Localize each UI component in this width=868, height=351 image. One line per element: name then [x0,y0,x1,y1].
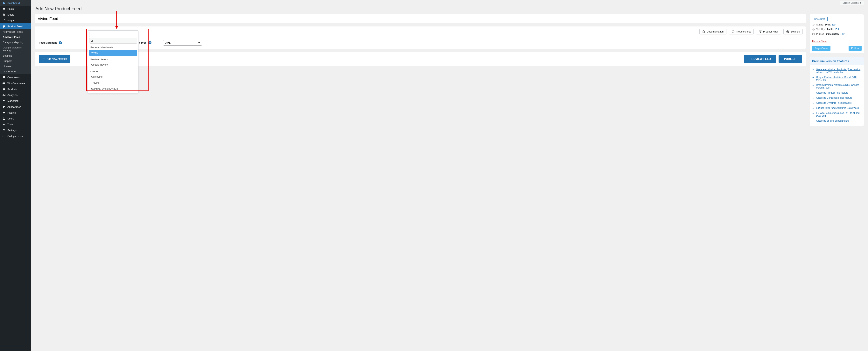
sidebar-sub-item[interactable]: Category Mapping [0,40,31,45]
sidebar-sub-item[interactable]: Add New Feed [0,34,31,40]
premium-feature-link[interactable]: Exclude Tax From Structured Data Prices [816,107,859,109]
svg-point-5 [4,130,5,130]
sidebar-item-label: Product Feed [7,25,23,28]
bars-icon [2,93,6,96]
sidebar-item-posts[interactable]: Posts [0,6,31,12]
sidebar-sub-item[interactable]: Support [0,58,31,64]
sidebar-item-label: Pages [7,19,14,22]
premium-feature-link[interactable]: Access to Product Rule feature [816,91,848,94]
sidebar-sub-item[interactable]: Google Merchant Settings [0,45,31,53]
help-icon[interactable]: ? [59,41,62,45]
publish-button[interactable]: Publish [848,46,862,51]
premium-feature-item: Detailed Product Attributes (Size, Gende… [812,83,862,90]
sidebar-item-comments[interactable]: Comments [0,74,31,80]
screen-options-button[interactable]: Screen Options ▼ [840,1,864,5]
edit-status-link[interactable]: Edit [832,23,836,26]
sidebar-item-product-feed[interactable]: Product Feed [0,23,31,29]
edit-visibility-link[interactable]: Edit [835,28,839,31]
merchant-option[interactable]: Vivino [89,50,137,56]
documentation-button[interactable]: Documentation [700,29,726,34]
svg-point-17 [813,24,814,25]
sliders-icon [2,128,6,132]
sidebar-item-appearance[interactable]: Appearance [0,104,31,110]
premium-feature-link[interactable]: Detailed Product Attributes (Size, Gende… [816,84,862,89]
premium-feature-link[interactable]: Unique Product Identifiers (Brand, GTIN,… [816,76,862,81]
check-icon [812,84,814,86]
premium-heading: Premium Version Features [812,59,862,63]
save-draft-button[interactable]: Save Draft [812,17,828,21]
trash-link[interactable]: Move to Trash [812,40,827,42]
premium-feature-item: Exclude Tax From Structured Data Prices [812,106,862,111]
sidebar-item-media[interactable]: Media [0,12,31,18]
troubleshoot-button[interactable]: Troubleshoot [729,29,753,34]
help-icon[interactable]: ? [148,41,152,45]
premium-feature-link[interactable]: Generate Unlimited Products (Free versio… [816,68,862,74]
page-icon [2,19,6,22]
page-heading: Add New Product Feed [35,6,864,11]
premium-feature-link[interactable]: Access to an elite support team. [816,119,849,122]
edit-publish-link[interactable]: Edit [841,33,845,35]
svg-marker-13 [759,31,762,33]
merchant-option[interactable]: Trovino [89,80,137,86]
sidebar-item-woocommerce[interactable]: WooCommerce [0,80,31,86]
preview-feed-button[interactable]: PREVIEW FEED [744,55,776,63]
sidebar-item-label: Tools [7,123,13,126]
sidebar-submenu: All Product FeedsAdd New FeedCategory Ma… [0,29,31,74]
sidebar-item-users[interactable]: Users [0,116,31,121]
purge-cache-button[interactable]: Purge Cache [812,46,831,51]
media-icon [2,13,6,16]
svg-point-7 [3,135,5,137]
premium-feature-link[interactable]: Fix WooCommerce's (Json-Ld) Structured D… [816,112,862,117]
sidebar-item-marketing[interactable]: Marketing [0,98,31,104]
svg-point-14 [787,31,788,32]
sidebar-item-label: Plugins [7,111,16,114]
sidebar-item-label: Settings [7,129,17,132]
sidebar-item-analytics[interactable]: Analytics [0,92,31,98]
brush-icon [2,105,6,108]
check-icon [812,102,814,104]
merchant-option[interactable]: Google Review [89,62,137,68]
premium-feature-link[interactable]: Access to Combined Fields feature [816,96,852,99]
check-icon [812,112,814,114]
merchant-dropdown: Popular MerchantsVivinoPro MerchantsGoog… [88,30,138,93]
user-icon [2,117,6,120]
merchant-selected-display[interactable] [89,32,137,37]
sidebar-item-pages[interactable]: Pages [0,18,31,23]
sidebar-item-label: Comments [7,76,20,79]
visibility-label: Visibility: [816,28,825,31]
merchant-search-input[interactable] [89,38,137,43]
sidebar-item-products[interactable]: Products [0,86,31,92]
premium-feature-link[interactable]: Access to Dynamic Pricing feature [816,101,852,104]
sidebar-item-settings[interactable]: Settings [0,127,31,133]
eye-icon [812,28,815,31]
publish-value: immediately [826,33,839,35]
settings-button[interactable]: Settings [783,29,803,34]
sidebar-sub-item[interactable]: Get Started [0,69,31,74]
visibility-value: Public [827,28,834,31]
feed-title-input[interactable] [35,14,806,23]
add-attribute-button[interactable]: ＋ Add New Attribute [39,55,70,63]
sidebar-sub-item[interactable]: All Product Feeds [0,29,31,34]
premium-feature-item: Generate Unlimited Products (Free versio… [812,67,862,75]
sidebar-item-tools[interactable]: Tools [0,121,31,127]
feed-merchant-label: Feed Merchant [39,41,57,44]
sidebar-sub-item[interactable]: License [0,64,31,69]
comment-icon [2,76,6,79]
button-label: Troubleshoot [736,30,750,33]
sidebar-item-dashboard[interactable]: Dashboard [0,0,31,6]
merchant-option[interactable]: Cercavino [89,74,137,80]
svg-rect-19 [813,33,814,35]
product-filter-button[interactable]: Product Filter [756,29,781,34]
button-label: Documentation [707,30,723,33]
plus-icon: ＋ [42,57,45,61]
merchant-option[interactable]: Uvinum / DrinsksAndCo [89,86,137,92]
sidebar-item-plugins[interactable]: Plugins [0,110,31,116]
svg-point-0 [3,27,4,28]
sidebar-item-collapse-menu[interactable]: Collapse menu [0,133,31,139]
publish-feed-button[interactable]: PUBLISH [779,55,802,63]
premium-features-box: Premium Version Features Generate Unlimi… [810,57,864,126]
feed-type-select[interactable]: XML [163,40,202,46]
sidebar-item-label: Products [7,88,17,91]
sidebar-sub-item[interactable]: Settings [0,53,31,58]
cart-icon [2,25,6,28]
